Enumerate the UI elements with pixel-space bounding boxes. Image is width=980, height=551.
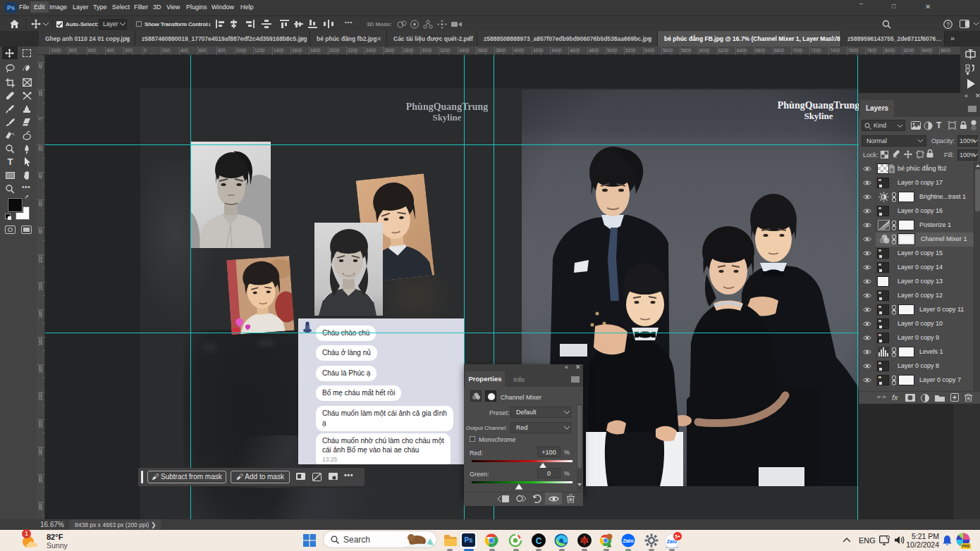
svg-text:5+: 5+ (675, 534, 680, 539)
svg-text:Zalo: Zalo (623, 538, 634, 544)
svg-text:?: ? (946, 21, 950, 28)
svg-text:C: C (536, 536, 542, 546)
svg-text:PRE: PRE (962, 544, 970, 548)
svg-text:Skyline: Skyline (804, 111, 833, 121)
svg-text:PhùngQuangTrung: PhùngQuangTrung (778, 100, 859, 111)
